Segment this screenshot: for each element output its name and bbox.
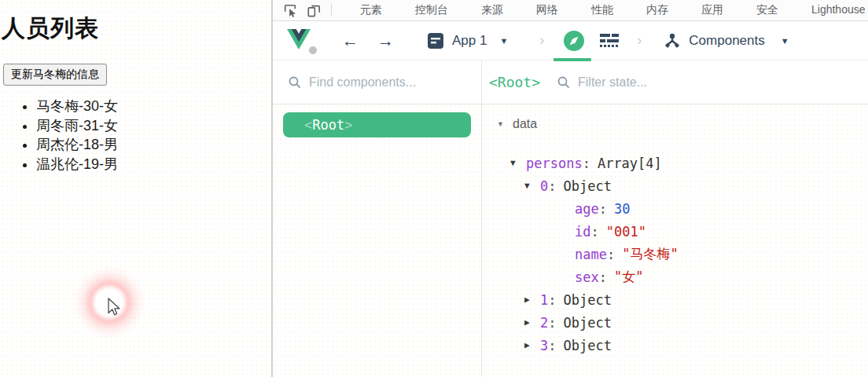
- device-toolbar-icon[interactable]: [306, 2, 322, 18]
- colon: :: [599, 201, 607, 217]
- state-key: name: [575, 247, 607, 262]
- state-row-person0[interactable]: ▼ 0:Object: [497, 174, 868, 197]
- search-row: <Root>: [273, 60, 868, 104]
- tab-network[interactable]: 网络: [536, 3, 558, 17]
- update-person-button[interactable]: 更新马冬梅的信息: [3, 64, 107, 86]
- screen: 人员列表 更新马冬梅的信息 马冬梅-30-女 周冬雨-31-女 周杰伦-18-男…: [0, 0, 868, 377]
- state-key: persons: [526, 156, 583, 171]
- collapse-icon[interactable]: ▼: [524, 181, 540, 191]
- state-type: Object: [564, 292, 612, 308]
- list-item: 周冬雨-31-女: [36, 116, 271, 136]
- tabs-strip: 元素 控制台 来源 网络 性能 内存 应用 安全 Lighthouse: [360, 3, 866, 17]
- compass-icon: [563, 30, 585, 52]
- state-row-name[interactable]: name:"马冬梅": [497, 243, 868, 265]
- tab-lighthouse[interactable]: Lighthouse: [811, 3, 866, 17]
- expand-icon[interactable]: ▶: [524, 340, 540, 350]
- vue-logo-icon: [287, 29, 314, 53]
- state-value: "马冬梅": [622, 245, 678, 263]
- page-title: 人员列表: [2, 13, 271, 45]
- state-section-data[interactable]: ▼ data: [497, 114, 868, 134]
- inspect-element-icon[interactable]: [282, 2, 298, 18]
- state-key: 0: [540, 178, 548, 194]
- selected-component-name: <Root>: [489, 74, 540, 90]
- colon: :: [548, 178, 556, 194]
- state-key: 2: [540, 315, 548, 331]
- mouse-cursor: [105, 298, 122, 318]
- expand-icon[interactable]: ▶: [524, 295, 540, 305]
- bracket: >: [344, 117, 352, 133]
- tab-application[interactable]: 应用: [701, 3, 723, 17]
- state-type: Object: [564, 338, 612, 353]
- vue-devtools-toolbar: ← → App 1 ▼ ›: [273, 21, 868, 60]
- state-header: <Root>: [481, 60, 868, 104]
- state-row-age[interactable]: age:30: [497, 197, 868, 220]
- tab-console[interactable]: 控制台: [415, 3, 448, 17]
- state-key: id: [575, 224, 590, 240]
- tab-memory[interactable]: 内存: [646, 3, 668, 17]
- state-type: Array[4]: [598, 156, 662, 171]
- state-key: sex: [575, 269, 599, 285]
- state-key: age: [575, 201, 599, 217]
- state-key: 1: [540, 292, 548, 308]
- colon: :: [548, 292, 556, 308]
- colon: :: [548, 338, 556, 353]
- search-icon: [557, 76, 570, 89]
- component-tree-pane: <Root>: [273, 104, 481, 377]
- inspector-content: <Root> ▼ data ▼ persons:Array[4] ▼ 0:Obj…: [273, 104, 868, 377]
- search-icon: [289, 76, 301, 89]
- collapse-icon[interactable]: ▼: [497, 120, 513, 128]
- filter-state-input[interactable]: [578, 75, 712, 90]
- web-page-pane: 人员列表 更新马冬梅的信息 马冬梅-30-女 周冬雨-31-女 周杰伦-18-男…: [0, 0, 271, 377]
- state-row-person3[interactable]: ▶ 3:Object: [497, 334, 868, 357]
- state-row-sex[interactable]: sex:"女": [497, 265, 868, 288]
- find-components-input[interactable]: [309, 75, 443, 90]
- state-row-id[interactable]: id:"001": [497, 220, 868, 243]
- list-item: 温兆伦-19-男: [36, 155, 271, 174]
- state-pane: ▼ data ▼ persons:Array[4] ▼ 0:Object age…: [481, 104, 868, 377]
- state-type: Object: [564, 178, 612, 194]
- app-selector[interactable]: App 1: [452, 33, 487, 49]
- app-dropdown-caret-icon[interactable]: ▼: [499, 36, 508, 46]
- state-row-person2[interactable]: ▶ 2:Object: [497, 311, 868, 334]
- list-item: 周杰伦-18-男: [36, 135, 271, 155]
- state-type: Object: [564, 315, 612, 331]
- timeline-icon[interactable]: [599, 33, 620, 49]
- click-ripple-effect: [72, 265, 147, 340]
- components-inspector-tab[interactable]: [563, 30, 585, 52]
- state-row-persons[interactable]: ▼ persons:Array[4]: [497, 152, 868, 174]
- bracket: <: [304, 117, 312, 133]
- colon: :: [590, 224, 598, 240]
- devtools-panel: 元素 控制台 来源 网络 性能 内存 应用 安全 Lighthouse: [273, 0, 868, 377]
- colon: :: [607, 247, 615, 262]
- breadcrumb-chevron-icon: ›: [539, 32, 544, 49]
- devtools-tab-bar: 元素 控制台 来源 网络 性能 内存 应用 安全 Lighthouse: [273, 0, 868, 21]
- inspector-dropdown-caret-icon[interactable]: ▼: [781, 36, 789, 46]
- section-label: data: [513, 117, 537, 131]
- state-value: "001": [606, 224, 646, 240]
- inspector-selector[interactable]: Components: [689, 33, 764, 49]
- colon: :: [583, 156, 590, 171]
- active-tab-underline: [554, 58, 591, 61]
- tab-elements[interactable]: 元素: [360, 3, 382, 17]
- tab-sources[interactable]: 来源: [481, 3, 503, 17]
- state-value: 30: [614, 201, 630, 217]
- tree-item-root[interactable]: <Root>: [283, 112, 471, 137]
- app-document-icon[interactable]: [427, 32, 444, 49]
- list-item: 马冬梅-30-女: [36, 97, 271, 116]
- state-row-person1[interactable]: ▶ 1:Object: [497, 288, 868, 311]
- colon: :: [548, 315, 556, 331]
- toolbar-separator: [331, 4, 332, 16]
- person-list: 马冬梅-30-女 周冬雨-31-女 周杰伦-18-男 温兆伦-19-男: [0, 97, 271, 174]
- expand-icon[interactable]: ▶: [524, 317, 540, 328]
- collapse-icon[interactable]: ▼: [510, 158, 526, 168]
- forward-button[interactable]: →: [377, 31, 394, 50]
- back-button[interactable]: ←: [342, 31, 359, 50]
- component-hierarchy-icon[interactable]: [664, 33, 681, 49]
- breadcrumb-chevron-icon: ›: [637, 32, 642, 49]
- state-key: 3: [540, 338, 548, 353]
- colon: :: [599, 269, 607, 285]
- tab-performance[interactable]: 性能: [591, 3, 613, 17]
- tab-security[interactable]: 安全: [756, 3, 778, 17]
- state-value: "女": [614, 268, 643, 286]
- component-name: Root: [312, 117, 344, 133]
